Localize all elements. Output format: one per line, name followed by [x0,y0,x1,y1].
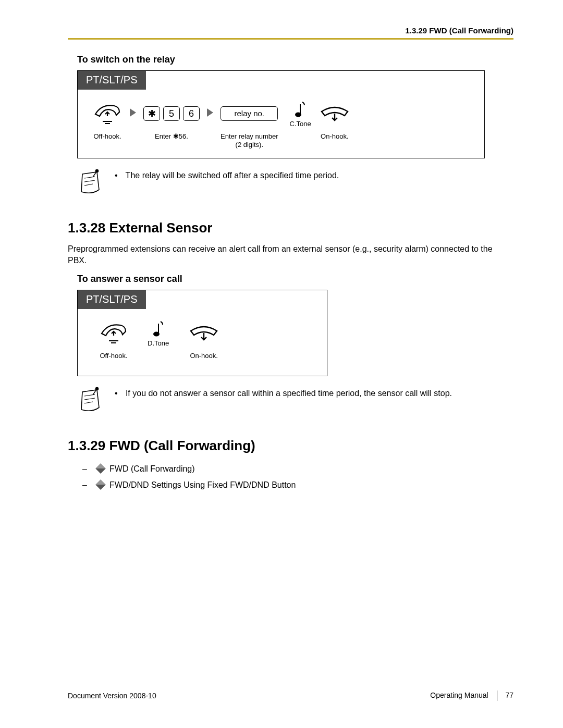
step-onhook: On-hook. [188,318,220,367]
tone-icon: C.Tone [290,99,311,128]
sensor-procedure-box: PT/SLT/PS Off-hook. [77,290,327,376]
sensor-heading: 1.3.28 External Sensor [68,220,513,236]
key-5: 5 [163,106,180,121]
note-icon [77,386,102,414]
step-offhook: Off-hook. [99,318,129,367]
step-ctone: C.Tone [290,99,311,148]
footer-page-number: 77 [505,691,513,699]
step-onhook-label: On-hook. [321,132,348,148]
key-relayno: relay no. [221,106,278,121]
fwd-item-1: FWD/DND Settings Using Fixed FWD/DND But… [109,480,296,489]
relay-note: • The relay will be switched off after a… [77,168,513,196]
footer-separator [497,690,497,701]
arrow-icon [130,108,136,117]
svg-point-2 [154,332,159,336]
step-relayno-label: Enter relay number (2 digits). [221,132,278,150]
offhook-icon [92,99,123,128]
header-rule [68,38,513,40]
fwd-item-0: FWD (Call Forwarding) [109,464,195,473]
sensor-note: • If you do not answer a sensor call wit… [77,386,513,414]
sensor-subheading: To answer a sensor call [77,274,513,285]
step-offhook-label: Off-hook. [100,352,127,367]
step-relayno: relay no. Enter relay number (2 digits). [221,99,278,150]
key-6: 6 [183,106,200,121]
relay-note-text: The relay will be switched off after a s… [126,171,339,180]
svg-point-0 [296,113,301,116]
key-star: ✱ [143,106,160,121]
diamond-icon [95,463,106,474]
footer-manual: Operating Manual [430,691,488,699]
footer-doc-version: Document Version 2008-10 [68,692,156,700]
step-offhook: Off-hook. [92,99,123,148]
fwd-link-list: –FWD (Call Forwarding) –FWD/DND Settings… [82,461,513,493]
step-dtone: D.Tone [148,318,169,367]
relay-subheading: To switch on the relay [77,54,513,65]
sensor-tab: PT/SLT/PS [78,290,146,309]
step-enter56-label: Enter ✱56. [155,132,188,148]
ctone-label: C.Tone [290,120,311,128]
onhook-icon [188,318,220,348]
onhook-icon [319,99,351,128]
tone-icon: D.Tone [148,318,169,348]
sensor-note-text: If you do not answer a sensor call withi… [126,389,452,398]
arrow-icon [207,108,213,117]
offhook-icon [99,318,129,348]
fwd-heading: 1.3.29 FWD (Call Forwarding) [68,438,513,454]
dtone-label: D.Tone [148,339,169,347]
note-icon [77,168,102,196]
sensor-intro: Preprogrammed extensions can receive an … [68,243,513,267]
list-item: –FWD (Call Forwarding) [82,461,513,477]
diamond-icon [95,479,106,490]
page-footer: Document Version 2008-10 Operating Manua… [68,690,513,701]
header-breadcrumb: 1.3.29 FWD (Call Forwarding) [68,26,513,35]
step-onhook: On-hook. [319,99,351,148]
step-onhook-label: On-hook. [190,352,217,367]
relay-procedure-box: PT/SLT/PS Off-hook. [77,70,485,158]
list-item: –FWD/DND Settings Using Fixed FWD/DND Bu… [82,477,513,493]
step-enter56: ✱ 5 6 Enter ✱56. [143,99,200,148]
step-offhook-label: Off-hook. [93,132,121,148]
relay-tab: PT/SLT/PS [78,71,146,90]
